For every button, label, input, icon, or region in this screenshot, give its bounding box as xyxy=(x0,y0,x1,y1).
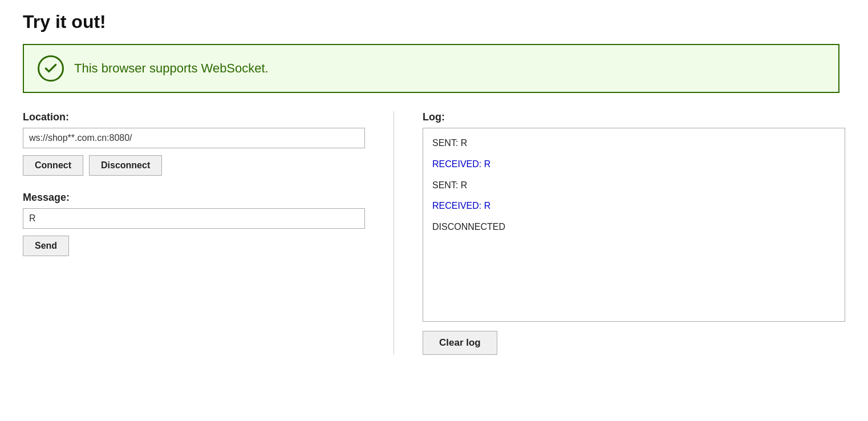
send-button[interactable]: Send xyxy=(23,236,69,256)
log-entry: SENT: R xyxy=(432,177,835,194)
message-input[interactable] xyxy=(23,208,365,229)
page-title: Try it out! xyxy=(23,11,845,33)
send-row: Send xyxy=(23,236,365,256)
log-entry: DISCONNECTED xyxy=(432,219,835,236)
log-box: SENT: RRECEIVED: RSENT: RRECEIVED: RDISC… xyxy=(423,128,845,322)
left-panel: Location: Connect Disconnect Message: Se… xyxy=(23,111,365,272)
log-entry: RECEIVED: R xyxy=(432,156,835,173)
connect-disconnect-row: Connect Disconnect xyxy=(23,155,365,176)
clear-log-button[interactable]: Clear log xyxy=(423,331,497,355)
location-label: Location: xyxy=(23,111,365,123)
support-banner: This browser supports WebSocket. xyxy=(23,44,839,93)
log-entry: SENT: R xyxy=(432,135,835,152)
log-label: Log: xyxy=(423,111,845,123)
divider xyxy=(394,111,394,355)
check-icon xyxy=(38,55,64,82)
main-content: Location: Connect Disconnect Message: Se… xyxy=(23,111,845,355)
location-input[interactable] xyxy=(23,128,365,148)
support-text: This browser supports WebSocket. xyxy=(74,61,269,76)
disconnect-button[interactable]: Disconnect xyxy=(89,155,162,176)
log-entry: RECEIVED: R xyxy=(432,198,835,214)
right-panel: Log: SENT: RRECEIVED: RSENT: RRECEIVED: … xyxy=(423,111,845,355)
connect-button[interactable]: Connect xyxy=(23,155,83,176)
message-label: Message: xyxy=(23,192,365,204)
